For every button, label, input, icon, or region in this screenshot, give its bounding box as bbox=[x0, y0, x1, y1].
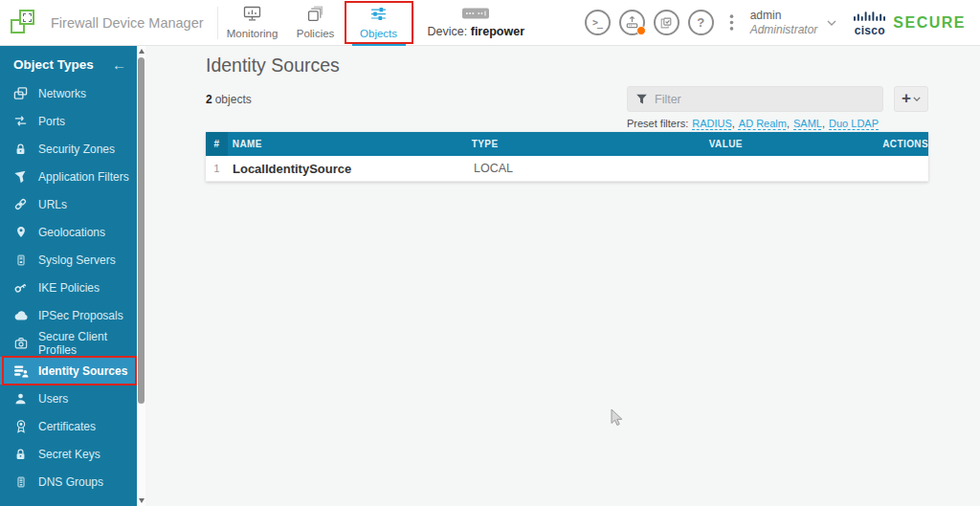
tab-policies[interactable]: Policies bbox=[284, 0, 347, 46]
cli-console-icon[interactable]: >_ bbox=[585, 10, 611, 35]
sidebar-item-ike-policies[interactable]: IKE Policies bbox=[0, 274, 137, 301]
user-role: Administrator bbox=[750, 23, 818, 37]
identity-sources-icon bbox=[12, 364, 29, 378]
sidebar-item-label: Application Filters bbox=[38, 170, 129, 184]
sidebar-item-dns-groups[interactable]: DNS Groups bbox=[0, 468, 137, 495]
sidebar-item-identity-sources[interactable]: Identity Sources bbox=[0, 357, 137, 385]
sidebar-item-security-zones[interactable]: Security Zones bbox=[0, 135, 137, 163]
scrollbar-thumb[interactable] bbox=[138, 57, 145, 404]
sidebar: Object Types ← NetworksPortsSecurity Zon… bbox=[0, 46, 137, 506]
secure-client-profiles-icon bbox=[12, 337, 29, 350]
scroll-up-arrow-icon[interactable] bbox=[139, 49, 145, 54]
tasks-icon[interactable] bbox=[654, 10, 679, 35]
user-menu[interactable]: admin Administrator bbox=[750, 9, 818, 37]
top-header: Firewall Device Manager MonitoringPolici… bbox=[0, 0, 980, 46]
comma-separator: , bbox=[787, 118, 790, 129]
table-row[interactable]: 1LocalIdentitySourceLOCAL bbox=[206, 156, 928, 182]
sidebar-item-label: IKE Policies bbox=[38, 281, 100, 295]
sidebar-item-application-filters[interactable]: Application Filters bbox=[0, 163, 137, 190]
object-type: LOCAL bbox=[474, 156, 713, 181]
cisco-bars-icon bbox=[854, 9, 885, 24]
objects-icon bbox=[370, 6, 387, 26]
help-icon[interactable]: ? bbox=[688, 10, 714, 35]
sidebar-item-label: Certificates bbox=[38, 420, 96, 433]
networks-icon bbox=[12, 86, 29, 100]
sidebar-item-syslog-servers[interactable]: Syslog Servers bbox=[0, 246, 137, 274]
preset-filter-duo-ldap[interactable]: Duo LDAP bbox=[829, 118, 879, 129]
sidebar-item-label: Security Zones bbox=[38, 143, 115, 156]
table-header-row: #NAMETYPEVALUEACTIONS bbox=[206, 132, 928, 156]
sidebar-item-geolocations[interactable]: Geolocations bbox=[0, 218, 137, 246]
table-body: 1LocalIdentitySourceLOCAL bbox=[206, 156, 928, 182]
sidebar-item-networks[interactable]: Networks bbox=[0, 79, 137, 107]
device-label: Device: firepower bbox=[428, 25, 524, 38]
mouse-cursor bbox=[610, 408, 625, 428]
app-logo-icon bbox=[11, 9, 39, 37]
object-count-number: 2 bbox=[206, 93, 212, 106]
sidebar-item-ports[interactable]: Ports bbox=[0, 107, 137, 135]
page-title: Identity Sources bbox=[206, 55, 340, 77]
cisco-secure-logo: cisco SECURE bbox=[854, 9, 966, 36]
tab-monitoring[interactable]: Monitoring bbox=[221, 0, 284, 46]
certificates-icon bbox=[12, 419, 29, 433]
comma-separator: , bbox=[732, 118, 735, 129]
sidebar-item-certificates[interactable]: Certificates bbox=[0, 412, 137, 440]
column-header-actions: ACTIONS bbox=[882, 132, 928, 156]
app-title: Firewall Device Manager bbox=[51, 15, 204, 31]
header-actions: >_? bbox=[585, 10, 734, 35]
device-name: firepower bbox=[471, 25, 524, 38]
collapse-sidebar-arrow-icon[interactable]: ← bbox=[112, 57, 126, 72]
preset-filter-saml[interactable]: SAML bbox=[793, 118, 822, 129]
sidebar-item-label: Syslog Servers bbox=[38, 253, 116, 267]
device-label-prefix: Device: bbox=[428, 25, 468, 38]
device-icon bbox=[461, 7, 490, 24]
device-selector[interactable]: Device: firepower bbox=[428, 7, 524, 38]
ports-icon bbox=[12, 114, 29, 128]
tab-label: Monitoring bbox=[227, 28, 278, 39]
more-options-icon[interactable] bbox=[729, 14, 734, 31]
tab-objects[interactable]: Objects bbox=[347, 0, 411, 46]
column-header-value: VALUE bbox=[709, 132, 883, 156]
filter-input[interactable] bbox=[655, 93, 875, 106]
tab-label: Objects bbox=[360, 28, 397, 39]
preset-filter-radius[interactable]: RADIUS bbox=[692, 118, 732, 129]
row-actions bbox=[888, 156, 928, 181]
column-header-name: NAME bbox=[228, 132, 472, 156]
syslog-servers-icon bbox=[12, 253, 29, 267]
scroll-down-arrow-icon[interactable] bbox=[139, 498, 145, 503]
sidebar-item-ipsec-proposals[interactable]: IPSec Proposals bbox=[0, 301, 137, 329]
ipsec-proposals-icon bbox=[12, 309, 29, 321]
header-divider bbox=[413, 7, 414, 39]
active-tab-indicator bbox=[352, 42, 406, 46]
urls-icon bbox=[12, 197, 29, 211]
chevron-down-icon[interactable] bbox=[827, 20, 836, 26]
secret-keys-icon bbox=[12, 448, 29, 461]
object-count-label: objects bbox=[215, 93, 252, 106]
sidebar-item-secure-client-profiles[interactable]: Secure Client Profiles bbox=[0, 329, 137, 357]
sidebar-scrollbar[interactable] bbox=[137, 46, 145, 506]
add-object-button[interactable]: + bbox=[894, 86, 928, 112]
sidebar-item-label: Users bbox=[38, 392, 68, 406]
deploy-icon[interactable] bbox=[619, 10, 645, 35]
preset-filter-ad-realm[interactable]: AD Realm bbox=[739, 118, 787, 129]
preset-filter-links: RADIUS,AD Realm,SAML,Duo LDAP bbox=[688, 118, 879, 129]
sidebar-header: Object Types ← bbox=[0, 46, 137, 79]
content-area: Identity Sources 2objects + Preset filte… bbox=[145, 46, 980, 506]
dns-groups-icon bbox=[12, 475, 29, 489]
row-number: 1 bbox=[206, 156, 228, 181]
filter-field bbox=[627, 86, 883, 112]
users-icon bbox=[12, 392, 29, 406]
sidebar-item-secret-keys[interactable]: Secret Keys bbox=[0, 440, 137, 468]
objects-table: #NAMETYPEVALUEACTIONS 1LocalIdentitySour… bbox=[206, 132, 928, 182]
sidebar-item-urls[interactable]: URLs bbox=[0, 190, 137, 218]
sidebar-item-label: Geolocations bbox=[38, 226, 105, 239]
chevron-down-icon bbox=[913, 97, 921, 101]
sidebar-item-label: Networks bbox=[38, 87, 86, 100]
sidebar-item-label: IPSec Proposals bbox=[38, 309, 123, 322]
object-count: 2objects bbox=[206, 93, 252, 106]
object-value bbox=[713, 156, 888, 181]
filter-funnel-icon bbox=[635, 93, 648, 105]
sidebar-item-users[interactable]: Users bbox=[0, 385, 137, 412]
preset-filters: Preset filters:RADIUS,AD Realm,SAML,Duo … bbox=[627, 118, 879, 129]
sidebar-item-label: Secret Keys bbox=[38, 448, 100, 461]
